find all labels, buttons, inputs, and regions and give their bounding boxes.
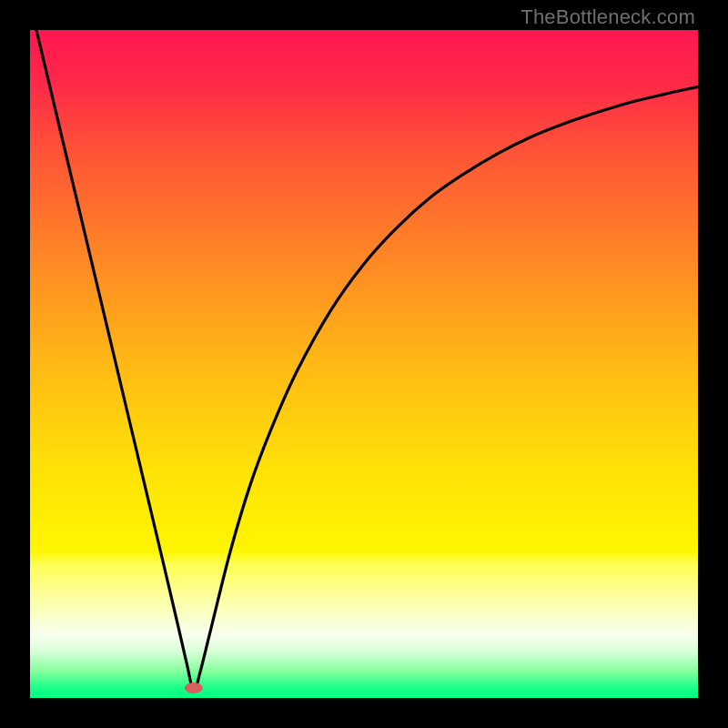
chart-background [30, 30, 698, 698]
optimum-marker [185, 682, 203, 693]
chart-svg [30, 30, 698, 698]
chart-frame [30, 30, 698, 698]
watermark-text: TheBottleneck.com [521, 5, 695, 29]
